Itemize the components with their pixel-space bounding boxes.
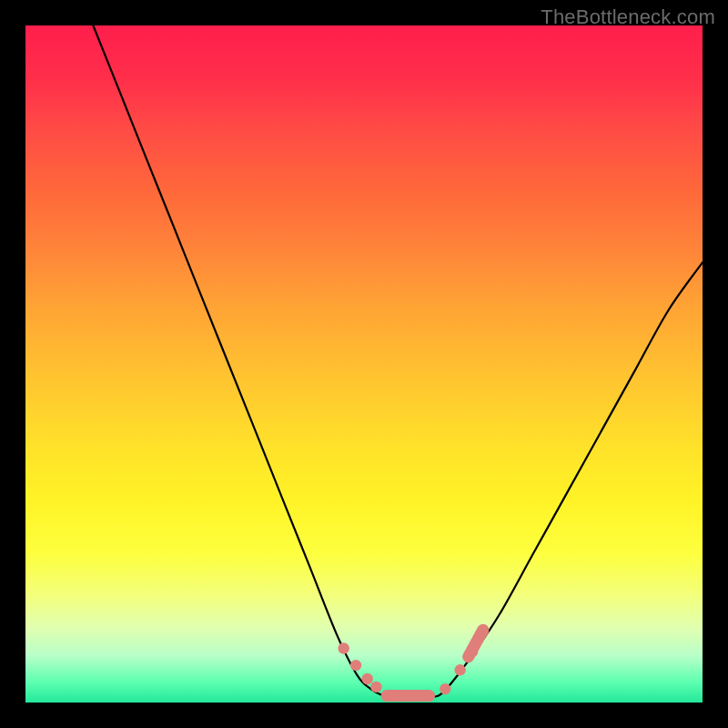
watermark-text: TheBottleneck.com [541, 5, 715, 29]
chart-svg [25, 25, 703, 703]
left-bead-0 [339, 642, 349, 653]
left-bead-2 [362, 673, 373, 684]
chart-markers [339, 622, 491, 702]
plot-area [25, 25, 703, 703]
right-bead-2 [467, 646, 478, 657]
left-bead-1 [350, 660, 361, 671]
right-bead-3 [478, 626, 489, 637]
left-bead-3 [370, 682, 381, 693]
floor-pill-marker [381, 690, 436, 702]
bottleneck-curve [93, 25, 703, 697]
chart-curves [93, 25, 703, 697]
chart-frame: TheBottleneck.com [0, 0, 728, 728]
right-bead-0 [440, 683, 450, 694]
right-bead-1 [454, 664, 465, 675]
